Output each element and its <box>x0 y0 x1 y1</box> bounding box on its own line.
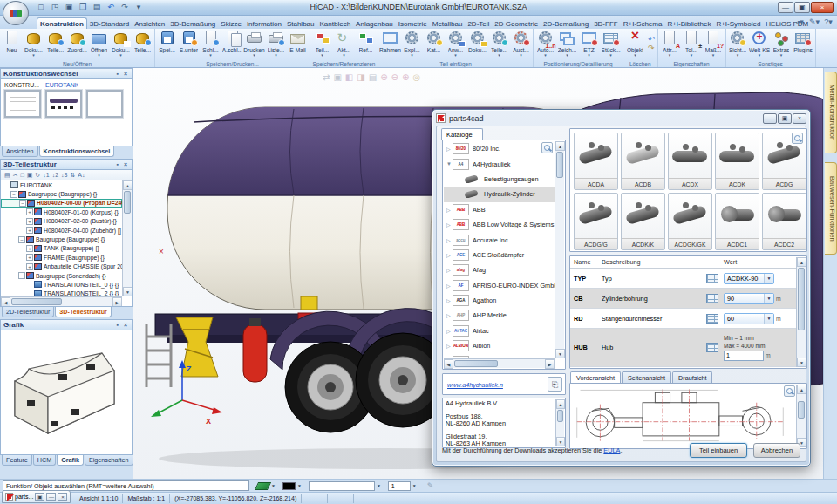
panel-tab[interactable]: Ansichten <box>2 146 38 157</box>
ribbon-tab-13[interactable]: 2D-Bemaßung <box>541 18 591 29</box>
catalog-item[interactable]: ▷AFAFRISO-EURO-INDEX GmbH <box>444 278 555 293</box>
view-tab[interactable]: Draufsicht <box>672 371 712 383</box>
help-icon[interactable]: ?▾ <box>822 17 834 28</box>
view-tab[interactable]: Seitenansicht <box>622 371 671 383</box>
surface-style-picker[interactable]: ▼ <box>256 482 276 490</box>
new-file-icon[interactable]: □ <box>35 2 47 13</box>
brush2-icon[interactable]: ◨ <box>357 72 364 82</box>
expand-toggle-icon[interactable]: + <box>26 263 33 270</box>
catalog-vertical-scrollbar[interactable]: ▲▼ <box>555 141 564 358</box>
catalog-search-icon[interactable] <box>541 142 553 153</box>
close-button[interactable]: × <box>811 2 834 13</box>
preview-search-icon[interactable] <box>784 385 795 397</box>
ribbon-button[interactable]: Kat... <box>423 30 445 57</box>
minimize-button[interactable]: — <box>778 2 793 13</box>
ribbon-button[interactable]: Sicht...▾ <box>727 30 749 57</box>
expand-icon[interactable]: ▷ <box>446 343 453 349</box>
restore-button[interactable]: ▣ <box>35 493 44 501</box>
ribbon-button[interactable]: Doku...▾ <box>110 30 132 57</box>
cube-icon[interactable]: ▣ <box>333 72 341 82</box>
print-icon[interactable]: ▤ <box>91 2 103 13</box>
dialog-close-button[interactable]: × <box>793 113 806 124</box>
panel-tab[interactable]: 2D-Teilestruktur <box>2 307 54 317</box>
variants-search-icon[interactable] <box>792 133 803 144</box>
expand-toggle-icon[interactable]: + <box>26 208 33 215</box>
cut-icon[interactable]: ✂ <box>13 171 18 180</box>
tree-vertical-scrollbar[interactable]: ▲▼ <box>122 180 132 296</box>
ribbon-button[interactable]: Zuord... <box>66 30 88 57</box>
expand-toggle-icon[interactable]: − <box>19 200 26 207</box>
ribbon-button[interactable]: Zeich...▾ <box>556 30 578 57</box>
ribbon-button[interactable]: Doku... <box>466 30 488 57</box>
refresh-icon[interactable]: ↻ <box>35 171 40 180</box>
part-variant-card[interactable]: ACDGK/GK <box>668 193 712 250</box>
ribbon-tab-15[interactable]: R+I-Schema <box>621 18 665 29</box>
line-width-picker[interactable]: 1▼ <box>388 481 417 491</box>
address-scrollbar[interactable]: ▲▼ <box>555 399 564 446</box>
eula-link[interactable]: EULA <box>603 446 620 454</box>
panel-tab[interactable]: Feature <box>2 455 32 466</box>
expand-icon[interactable]: ▷ <box>446 146 453 152</box>
ribbon-tab-12[interactable]: 2D Geometrie <box>492 18 541 29</box>
dialog-minimize-button[interactable]: — <box>763 113 777 124</box>
expand-icon[interactable]: ▷ <box>446 221 453 228</box>
undo-redo-stack[interactable]: ↶↷ <box>646 30 657 57</box>
line-style-picker[interactable]: ▼ <box>309 481 381 491</box>
catalog-item[interactable]: ▷80/2080/20 Inc. <box>444 141 555 156</box>
sort-1-icon[interactable]: ↓1 <box>43 171 49 180</box>
table-grid-icon[interactable] <box>706 274 718 283</box>
ribbon-button[interactable]: E-Mail <box>287 30 309 57</box>
ribbon-button[interactable]: Neu <box>1 30 23 57</box>
param-input-HUB[interactable]: 1 <box>724 351 764 361</box>
part-variant-card[interactable]: ACDC2 <box>762 193 806 250</box>
redo-icon[interactable]: ↷ <box>119 2 131 13</box>
ribbon-button[interactable]: Öffnen▾ <box>88 30 110 57</box>
sort-az-icon[interactable]: A↓ <box>78 171 85 180</box>
part-variant-card[interactable]: ACDK <box>715 133 759 190</box>
ribbon-tab-16[interactable]: R+I-Bibliothek <box>664 18 713 29</box>
ribbon-tab-2[interactable]: Ansichten <box>132 18 167 29</box>
part-variant-card[interactable]: ACDC1 <box>715 193 759 250</box>
page-icon[interactable]: ▤ <box>369 72 377 82</box>
catalog-horizontal-scrollbar[interactable]: ◀▶ <box>444 358 555 368</box>
tree-horizontal-scrollbar[interactable]: ◀▶ <box>1 296 122 306</box>
catalog-item[interactable]: Hydraulik-Zylinder <box>444 187 555 201</box>
ribbon-button[interactable]: Extras▾ <box>771 30 793 57</box>
ribbon-button[interactable]: Spei... <box>156 30 178 57</box>
catalog-item[interactable]: ▷AGAAgathon <box>444 293 555 308</box>
catalog-item[interactable]: ▷ACEACE Stoßdämpfer <box>444 248 555 262</box>
tree-item[interactable]: +Anbauteile CHASSIE (Spur 20 <box>1 262 122 271</box>
ribbon-button[interactable]: Plugins <box>793 30 814 57</box>
zoom-out-icon[interactable]: ⊖ <box>391 72 398 82</box>
pdf-icon[interactable]: ⎘ <box>548 377 562 392</box>
app-menu-button[interactable] <box>3 1 29 25</box>
ribbon-button[interactable]: Teile...▾ <box>488 30 510 57</box>
insert-part-button[interactable]: Teil einbauen <box>690 443 747 458</box>
tree-item[interactable]: +TANK (Baugruppe) {} <box>1 244 122 253</box>
ribbon-tab-1[interactable]: 3D-Standard <box>87 18 132 29</box>
ribbon-button[interactable]: ETZ▾ <box>578 30 600 57</box>
ribbon-button[interactable]: AAttr...▾ <box>659 30 681 57</box>
tree-item[interactable]: +H080402F-02-00 (Bustür) {} <box>1 217 122 226</box>
ribbon-button[interactable]: Doku...▾ <box>23 30 44 57</box>
expand-icon[interactable]: ▷ <box>446 207 453 213</box>
part-variant-card[interactable]: ACDX <box>668 133 712 190</box>
preview-scrollbar[interactable]: ▲▼ <box>796 385 806 447</box>
ribbon-button[interactable]: Expl...▾ <box>401 30 423 57</box>
catalog-item[interactable]: ▷ABBABB <box>444 202 555 217</box>
part-variant-card[interactable]: ACDG/G <box>574 193 618 250</box>
expand-toggle-icon[interactable]: + <box>26 245 33 252</box>
ribbon-tab-6[interactable]: Stahlbau <box>284 18 317 29</box>
parts4cad-taskbar-button[interactable]: parts... ▣—× <box>2 490 71 503</box>
catalog-item[interactable]: ▷ALBIONAlbion <box>444 338 555 353</box>
table-grid-icon[interactable] <box>706 343 718 352</box>
param-combo-RD[interactable]: 60▼ <box>724 313 774 324</box>
part-variant-card[interactable]: ACDA <box>574 133 618 190</box>
ribbon-tab-5[interactable]: Information <box>244 18 284 29</box>
table-scrollbar[interactable]: ▲▼ <box>796 257 806 367</box>
ribbon-button[interactable]: +Welt-KS▾ <box>749 30 771 57</box>
expand-icon[interactable]: ▼ <box>446 161 453 167</box>
catalog-item[interactable]: Befestigungsaugen <box>444 172 555 187</box>
ribbon-tab-11[interactable]: 2D-Teil <box>465 18 492 29</box>
panel-tab[interactable]: 3D-Teilestruktur <box>55 307 112 317</box>
